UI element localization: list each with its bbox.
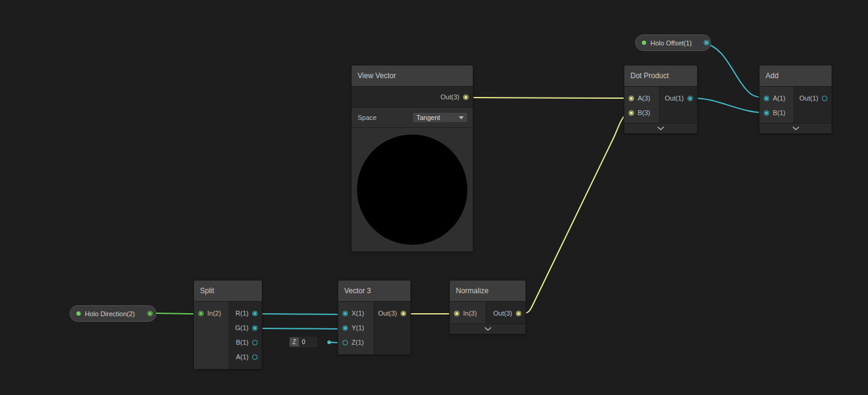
port-label: X(1) (352, 310, 364, 317)
node-preview (352, 128, 473, 251)
edge-holooffset-to-add-a[interactable] (703, 43, 764, 98)
add-b-port[interactable] (764, 110, 769, 116)
add-out-port[interactable] (822, 96, 827, 101)
edge-dotproduct-to-add-b[interactable] (693, 98, 764, 113)
property-node-holo-offset[interactable]: Holo Offset(1) (635, 35, 711, 51)
collapse-chevron-icon (792, 126, 800, 131)
node-normalize[interactable]: Normalize In(3) Out(3) (450, 280, 526, 334)
node-add[interactable]: Add A(1) B(1) Out(1) (760, 65, 832, 133)
port-label: Out(3) (441, 93, 459, 101)
output-row: Out(1) (659, 91, 697, 105)
exposed-property-dot (76, 311, 81, 316)
space-label: Space (358, 114, 376, 121)
vector3-x-port[interactable] (342, 311, 348, 316)
holo-offset-output-port[interactable] (704, 40, 709, 45)
property-node-holo-direction[interactable]: Holo Direction(2) (70, 305, 156, 322)
collapse-toggle[interactable] (624, 123, 697, 133)
port-label: B(3) (638, 109, 650, 116)
output-row: Out(3) (374, 306, 410, 320)
node-dot-product[interactable]: Dot Product A(3) B(3) Out(1) (624, 65, 697, 133)
node-title-bar[interactable]: Add (760, 65, 832, 87)
add-a-port[interactable] (764, 96, 769, 101)
split-g-port[interactable] (252, 325, 258, 331)
input-row-in: In(2) (194, 306, 229, 320)
port-label: R(1) (236, 310, 249, 317)
edge-normalize-to-dotproduct-b[interactable] (521, 113, 630, 314)
port-label: A(1) (773, 95, 786, 102)
port-label: B(1) (773, 109, 786, 116)
split-b-port[interactable] (252, 340, 258, 345)
node-title-bar[interactable]: View Vector (352, 65, 473, 87)
collapse-chevron-icon (656, 126, 665, 131)
holo-direction-output-port[interactable] (147, 311, 153, 316)
node-title-bar[interactable]: Split (194, 280, 262, 302)
input-row-a: A(3) (624, 91, 659, 105)
dot-product-b-port[interactable] (629, 110, 634, 116)
split-in-port[interactable] (198, 311, 204, 316)
output-row: Out(3) (352, 87, 473, 108)
view-vector-out-port[interactable] (463, 95, 469, 100)
output-row-r: R(1) (229, 306, 262, 320)
node-view-vector[interactable]: View Vector Out(3) Space Tangent (352, 65, 473, 251)
preview-sphere (357, 134, 467, 245)
input-row-z: Z(1) (338, 335, 373, 350)
node-title: Add (766, 71, 778, 80)
output-row-g: G(1) (229, 320, 262, 335)
port-label: G(1) (235, 324, 249, 331)
node-split[interactable]: Split In(2) R(1) G(1) B(1) A(1) (194, 280, 262, 369)
normalize-out-port[interactable] (516, 311, 521, 316)
port-label: A(1) (236, 353, 249, 360)
input-row-a: A(1) (760, 91, 793, 105)
node-title-bar[interactable]: Vector 3 (338, 280, 410, 302)
input-row-b: B(1) (760, 105, 793, 120)
input-row-x: X(1) (338, 306, 373, 320)
output-row: Out(3) (486, 306, 526, 320)
vector3-y-port[interactable] (342, 325, 348, 331)
node-title: Normalize (456, 287, 489, 295)
dot-product-out-port[interactable] (687, 96, 693, 101)
space-row: Space Tangent (352, 108, 473, 128)
edge-split-r-to-vector3-x[interactable] (257, 314, 343, 314)
property-label: Holo Offset(1) (650, 39, 692, 47)
node-title-bar[interactable]: Dot Product (624, 65, 697, 87)
vector3-z-port[interactable] (342, 340, 348, 345)
port-label: Out(1) (665, 95, 684, 102)
output-row-b: B(1) (229, 335, 262, 350)
dot-product-a-port[interactable] (629, 96, 634, 101)
collapse-toggle[interactable] (760, 123, 832, 133)
normalize-in-port[interactable] (454, 311, 459, 316)
collapse-toggle[interactable] (450, 324, 526, 334)
node-title: Split (200, 287, 214, 295)
collapse-chevron-icon (484, 327, 492, 331)
output-row: Out(1) (794, 91, 832, 105)
z-field-label: Z (289, 337, 299, 347)
port-label: Out(1) (800, 95, 818, 102)
edge-split-g-to-vector3-y[interactable] (257, 328, 343, 329)
port-label: Y(1) (352, 324, 364, 331)
z-value-input[interactable] (299, 337, 317, 347)
input-row-in: In(3) (450, 306, 486, 320)
input-row-b: B(3) (624, 105, 659, 120)
dropdown-arrow-icon (459, 116, 464, 119)
split-r-port[interactable] (252, 311, 258, 316)
node-vector3[interactable]: Vector 3 X(1) Y(1) Z(1) Out(3) (338, 280, 410, 354)
space-dropdown-value: Tangent (416, 114, 440, 121)
node-title-bar[interactable]: Normalize (450, 280, 526, 302)
node-title: Dot Product (630, 71, 669, 80)
input-row-y: Y(1) (338, 320, 373, 335)
vector3-out-port[interactable] (401, 311, 406, 316)
node-title: View Vector (358, 71, 396, 80)
node-title: Vector 3 (344, 287, 371, 295)
output-row-a: A(1) (229, 350, 262, 364)
port-label: In(2) (207, 310, 221, 317)
edge-viewvector-to-dotproduct-a[interactable] (469, 98, 629, 98)
port-label: B(1) (236, 339, 249, 346)
vector3-z-default-widget: Z (289, 337, 317, 347)
property-label: Holo Direction(2) (85, 310, 135, 317)
z-stub-connector-dot (327, 340, 331, 344)
split-a-port[interactable] (252, 354, 258, 360)
port-label: A(3) (638, 95, 650, 102)
port-label: Z(1) (352, 339, 364, 346)
port-label: Out(3) (378, 310, 397, 317)
space-dropdown[interactable]: Tangent (412, 112, 468, 123)
